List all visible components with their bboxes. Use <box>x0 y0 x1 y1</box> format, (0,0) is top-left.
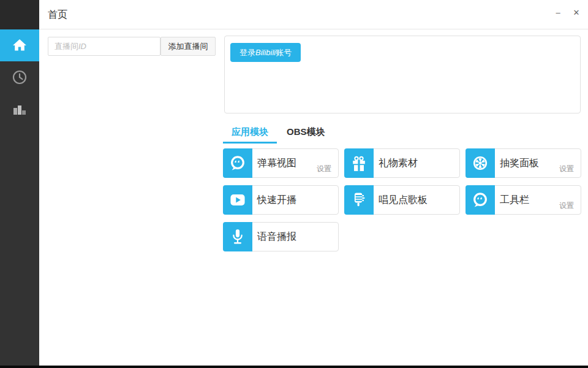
microphone-icon <box>223 222 252 251</box>
module-card-toolbar[interactable]: 工具栏 设置 <box>466 185 581 215</box>
room-id-input[interactable]: 直播间ID <box>48 37 160 56</box>
settings-link[interactable]: 设置 <box>559 201 574 211</box>
tab-app-modules[interactable]: 应用模块 <box>223 126 277 144</box>
module-card-grid: 弹幕视图 设置 礼物素材 抽奖面板 设置 快速开播 <box>223 148 581 251</box>
module-tabs: 应用模块 OBS模块 <box>223 126 325 144</box>
module-label: 抽奖面板 <box>500 157 539 170</box>
minimize-button[interactable]: – <box>549 4 567 22</box>
chat-bubble-icon <box>223 148 252 178</box>
sidebar-top-block <box>0 0 39 29</box>
module-label: 语音播报 <box>257 231 296 243</box>
wheel-icon <box>466 148 495 178</box>
settings-link[interactable]: 设置 <box>559 164 574 174</box>
module-card-gift-assets[interactable]: 礼物素材 <box>344 148 460 178</box>
module-card-danmu-view[interactable]: 弹幕视图 设置 <box>223 148 339 178</box>
module-card-voice-broadcast[interactable]: 语音播报 <box>223 222 339 251</box>
add-room-button[interactable]: 添加直播间 <box>160 37 216 56</box>
window-bottom-edge <box>0 366 588 368</box>
page-title: 首页 <box>48 0 67 29</box>
retro-mic-icon <box>344 185 374 215</box>
login-bilibili-button[interactable]: 登录Bilibili账号 <box>230 43 301 62</box>
module-card-quick-start[interactable]: 快速开播 <box>223 185 339 215</box>
gift-icon <box>344 148 374 178</box>
title-bar: 首页 – ✕ <box>39 0 588 29</box>
chat-bubble-icon <box>466 185 495 215</box>
module-label: 唱见点歌板 <box>379 194 428 207</box>
bar-chart-icon <box>12 101 28 117</box>
module-label: 礼物素材 <box>379 157 418 170</box>
module-card-song-request[interactable]: 唱见点歌板 <box>344 185 460 215</box>
module-label: 弹幕视图 <box>257 157 296 170</box>
module-card-lottery-panel[interactable]: 抽奖面板 设置 <box>466 148 581 178</box>
main-content: 直播间ID 添加直播间 登录Bilibili账号 应用模块 OBS模块 弹幕视图… <box>39 29 588 366</box>
window-controls: – ✕ <box>549 4 586 22</box>
room-id-placeholder: 直播间ID <box>55 41 86 52</box>
tab-obs-modules[interactable]: OBS模块 <box>287 126 325 144</box>
sidebar-item-stats[interactable] <box>0 93 39 125</box>
home-icon <box>12 37 28 53</box>
clock-icon <box>12 69 28 85</box>
sidebar <box>0 0 39 368</box>
module-label: 快速开播 <box>257 194 296 207</box>
close-button[interactable]: ✕ <box>567 4 586 22</box>
sidebar-item-home[interactable] <box>0 29 39 61</box>
settings-link[interactable]: 设置 <box>317 164 331 174</box>
module-label: 工具栏 <box>500 194 529 207</box>
play-icon <box>223 185 252 215</box>
login-panel: 登录Bilibili账号 <box>224 36 581 113</box>
sidebar-item-history[interactable] <box>0 61 39 93</box>
